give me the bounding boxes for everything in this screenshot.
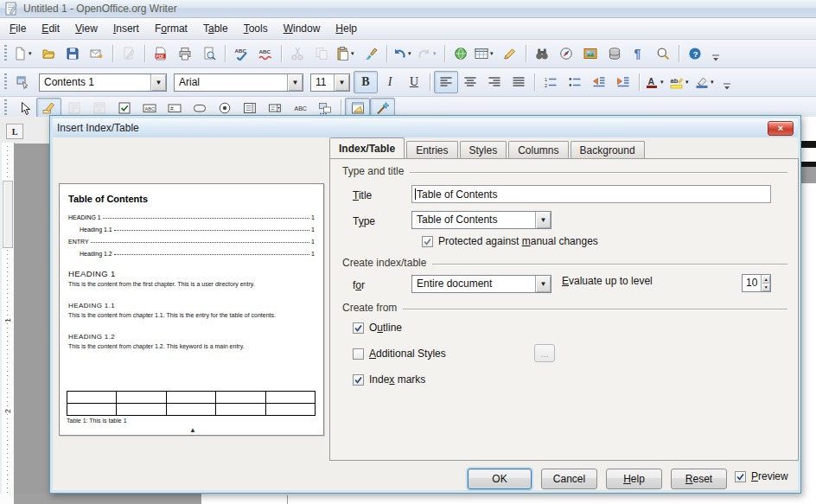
dropdown-arrow-icon[interactable]: ▾ [685,79,692,86]
data-sources-button[interactable] [602,42,627,65]
menu-help[interactable]: Help [328,20,365,37]
numbering-button[interactable]: 12 [539,71,563,93]
save-button[interactable] [61,42,85,65]
underline-button[interactable]: U [402,71,426,93]
vertical-ruler: 123 [2,143,15,504]
increase-indent-button[interactable] [611,71,635,93]
undo-button[interactable]: ▾ [391,42,416,65]
select-pointer-button[interactable] [11,98,36,118]
dialog-titlebar[interactable]: Insert Index/Table × [53,118,798,137]
svg-text:ABC: ABC [259,48,271,54]
gallery-button[interactable] [578,42,602,65]
toolbar-grip[interactable] [4,99,7,117]
toolbar-grip[interactable] [4,45,7,62]
dropdown-arrow-icon[interactable]: ▾ [408,50,414,57]
protected-checkbox[interactable] [422,236,433,247]
spin-up-icon[interactable]: ▲ [761,275,770,284]
title-input[interactable]: Table of Contents [411,185,771,203]
menu-format[interactable]: Format [147,20,195,37]
chevron-down-icon[interactable]: ▼ [535,212,551,228]
navigator-button[interactable] [554,42,578,65]
dropdown-arrow-icon[interactable]: ▾ [433,50,439,57]
toolbar-options-button[interactable] [707,47,724,67]
find-replace-button[interactable] [530,42,554,65]
menu-window[interactable]: Window [276,20,328,37]
export-pdf-button[interactable]: PDF [149,42,173,65]
italic-button[interactable]: I [378,71,402,93]
zoom-button[interactable] [651,42,675,65]
bold-button[interactable]: B [354,71,378,93]
additional-styles-ellipsis-button[interactable]: ... [534,344,555,362]
outline-checkbox-row[interactable]: Outline [353,322,402,334]
menu-view[interactable]: View [67,20,105,37]
evaluate-level-spinner[interactable]: 10 ▲ ▼ [742,274,771,292]
print-button[interactable] [173,42,197,65]
highlighting-button[interactable]: ab▾ [668,71,693,93]
background-color-button[interactable]: ▾ [693,71,718,93]
bullets-button[interactable] [563,71,587,93]
additional-styles-checkbox[interactable] [353,348,364,360]
spellcheck-button[interactable]: ABC [229,42,253,65]
align-left-button[interactable] [434,71,458,93]
font-size-combo[interactable]: 11▼ [310,73,350,92]
menu-tools[interactable]: Tools [236,20,276,37]
auto-spellcheck-button[interactable]: ABC [253,42,277,65]
outline-checkbox[interactable] [353,322,364,334]
open-button[interactable] [36,42,61,65]
dropdown-arrow-icon[interactable]: ▾ [711,79,717,86]
email-button[interactable] [85,42,109,65]
chevron-down-icon[interactable]: ▼ [535,276,551,292]
table-button[interactable]: ▾ [473,42,498,65]
index-marks-checkbox[interactable] [353,374,364,386]
additional-styles-checkbox-row[interactable]: Additional Styles [353,348,446,360]
align-right-button[interactable] [482,71,507,93]
dropdown-arrow-icon[interactable]: ▾ [490,50,496,57]
preview-checkbox[interactable] [735,471,746,482]
chevron-down-icon[interactable]: ▼ [150,74,166,91]
font-color-button[interactable]: A▾ [643,71,668,93]
format-paintbrush-button[interactable] [359,42,383,65]
styles-panel-button[interactable] [11,71,35,93]
page-preview-button[interactable] [197,42,221,65]
align-center-button[interactable] [458,71,482,93]
dropdown-arrow-icon[interactable]: ▾ [29,50,35,57]
reset-button[interactable]: Reset [671,469,727,489]
index-marks-checkbox-row[interactable]: Index marks [353,373,425,386]
tab-entries[interactable]: Entries [406,141,457,158]
dropdown-arrow-icon[interactable]: ▾ [351,50,357,57]
decrease-indent-button[interactable] [587,71,611,93]
cancel-button[interactable]: Cancel [541,469,597,489]
hyperlink-button[interactable] [449,42,473,65]
spin-down-icon[interactable]: ▼ [761,284,770,292]
for-dropdown[interactable]: Entire document ▼ [411,275,551,293]
chevron-down-icon[interactable]: ▼ [287,74,303,91]
tab-index-table[interactable]: Index/Table [329,137,405,158]
dropdown-arrow-icon[interactable]: ▾ [660,79,666,86]
toolbar-options-button[interactable] [718,75,736,96]
draw-functions-button[interactable] [498,42,522,65]
nonprinting-characters-button[interactable]: ¶ [627,42,651,65]
justified-button[interactable] [507,71,531,93]
preview-checkbox-row[interactable]: Preview [735,470,788,482]
menu-edit[interactable]: Edit [34,20,67,37]
type-dropdown[interactable]: Table of Contents ▼ [411,211,551,229]
tab-columns[interactable]: Columns [508,141,568,158]
help-button[interactable]: Help [606,469,662,489]
chevron-down-icon[interactable]: ▼ [334,74,349,91]
paragraph-style-combo[interactable]: Contents 1▼ [39,73,167,92]
new-document-button[interactable]: ▾ [11,42,36,65]
tab-background[interactable]: Background [571,141,645,158]
font-name-combo[interactable]: Arial▼ [174,73,303,92]
paste-button[interactable]: ▾ [334,42,359,65]
tab-stop-selector[interactable]: L [6,124,23,139]
menu-table[interactable]: Table [195,20,236,37]
ok-button[interactable]: OK [468,469,532,489]
dialog-close-button[interactable]: × [768,121,794,136]
preview-resize-handle[interactable]: ▲ [188,427,198,434]
toolbar-grip[interactable] [4,73,7,91]
protected-checkbox-row[interactable]: Protected against manual changes [422,235,598,247]
menu-insert[interactable]: Insert [105,20,147,37]
help-button[interactable]: ? [683,42,707,65]
menu-file[interactable]: File [2,20,34,37]
tab-styles[interactable]: Styles [460,141,507,158]
